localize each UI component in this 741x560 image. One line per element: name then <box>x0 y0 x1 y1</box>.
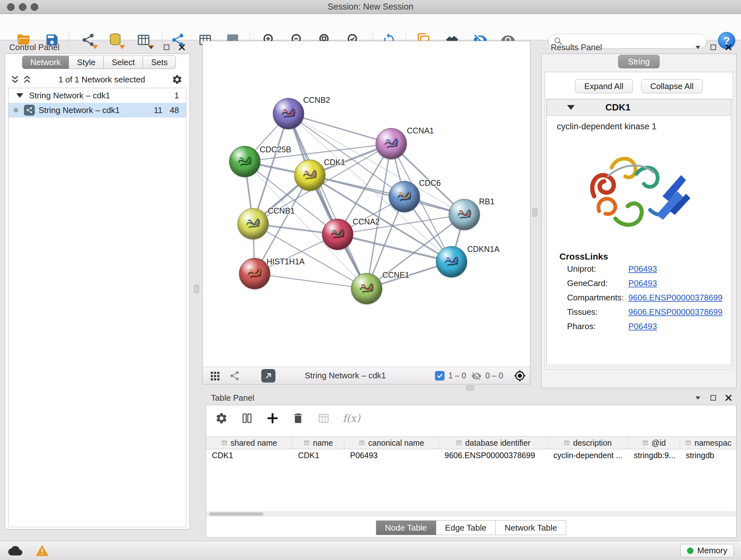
tab-network-table[interactable]: Network Table <box>495 520 566 535</box>
column-sort-icon <box>456 440 462 446</box>
zoom-window-button[interactable] <box>30 3 38 11</box>
splitter-handle[interactable] <box>532 208 537 216</box>
network-node-cdkn1a[interactable] <box>436 246 467 277</box>
panel-close-icon[interactable] <box>724 43 733 51</box>
table-cell[interactable]: CDK1 <box>292 449 344 461</box>
network-node-ccne1[interactable] <box>351 273 382 304</box>
birdseye-toggle-button[interactable] <box>261 369 275 382</box>
horizontal-scrollbar[interactable] <box>207 511 736 516</box>
tab-network[interactable]: Network <box>22 56 69 69</box>
table-header-row: shared name name canonical name database… <box>206 436 736 449</box>
network-node-ccna2[interactable] <box>322 219 353 250</box>
table-cell[interactable]: P06493 <box>344 449 439 461</box>
expand-all-button[interactable]: Expand All <box>575 79 633 93</box>
network-node-rb1[interactable] <box>449 199 480 230</box>
panel-collapse-icon[interactable] <box>694 394 702 402</box>
results-panel-title: Results Panel <box>551 43 602 52</box>
column-sort-icon <box>304 440 310 446</box>
network-node-label: RB1 <box>479 197 495 206</box>
panel-float-icon[interactable] <box>162 43 171 51</box>
gear-icon[interactable] <box>172 74 183 85</box>
memory-button[interactable]: Memory <box>680 544 734 557</box>
network-row[interactable]: String Network – cdk1 11 48 <box>9 103 186 118</box>
minimize-window-button[interactable] <box>19 3 26 11</box>
close-window-button[interactable] <box>7 3 15 11</box>
table-cell[interactable]: cyclin-dependent ... <box>548 449 628 461</box>
add-row-icon[interactable] <box>266 412 279 425</box>
crosslink-link[interactable]: 9606.ENSP00000378699 <box>628 293 723 303</box>
network-node-cdc25b[interactable] <box>229 146 260 177</box>
hidden-eye-icon[interactable] <box>471 371 482 381</box>
pan-crosshair-icon[interactable] <box>514 370 526 382</box>
column-header[interactable]: database identifier <box>439 437 548 449</box>
trash-icon[interactable] <box>292 412 305 425</box>
column-header[interactable]: namespac <box>680 437 736 449</box>
splitter-handle[interactable] <box>466 385 474 390</box>
control-panel-body: Network Style Select Sets 1 of 1 Network… <box>5 54 190 530</box>
splitter-handle[interactable] <box>194 285 199 293</box>
title-bar: Session: New Session <box>0 0 741 14</box>
tab-select[interactable]: Select <box>104 56 143 69</box>
string-results-tab[interactable]: String <box>618 55 660 68</box>
crosslink-link[interactable]: P06493 <box>628 278 657 288</box>
tab-edge-table[interactable]: Edge Table <box>436 520 496 535</box>
table-panel-body: f(x) shared name name canonical name dat… <box>206 405 737 538</box>
panel-float-icon[interactable] <box>709 394 718 402</box>
table-row[interactable]: CDK1 CDK1 P06493 9606.ENSP00000378699 cy… <box>206 449 736 461</box>
crosslink-label: Uniprot: <box>567 264 628 274</box>
warning-icon[interactable] <box>35 544 49 558</box>
tab-style[interactable]: Style <box>69 56 104 69</box>
column-header[interactable]: description <box>548 437 628 449</box>
collapse-all-button[interactable]: Collapse All <box>641 79 703 93</box>
expand-all-networks-icon[interactable] <box>10 75 20 84</box>
grid-view-icon[interactable] <box>209 370 221 382</box>
column-header[interactable]: name <box>292 437 344 449</box>
column-header[interactable]: shared name <box>206 437 292 449</box>
disclosure-triangle-icon[interactable] <box>16 93 23 98</box>
columns-icon[interactable] <box>241 412 253 425</box>
selected-checkbox-icon[interactable] <box>435 371 445 381</box>
network-edge[interactable] <box>255 273 367 289</box>
pan el-close-icon[interactable] <box>178 43 186 51</box>
cloud-icon[interactable] <box>8 544 22 558</box>
network-node-hist1h1a[interactable] <box>239 258 270 289</box>
table-cell[interactable]: stringdb:9... <box>628 449 680 461</box>
function-builder-button[interactable]: f(x) <box>343 412 360 424</box>
panel-collapse-icon[interactable] <box>694 43 702 51</box>
network-node-ccna1[interactable] <box>376 128 407 159</box>
table-cell[interactable]: CDK1 <box>206 449 292 461</box>
column-sort-icon <box>563 440 570 446</box>
crosslink-link[interactable]: P06493 <box>628 321 657 331</box>
network-node-ccnb1[interactable] <box>238 208 269 240</box>
network-node-ccnb2[interactable] <box>273 98 304 129</box>
panel-float-icon[interactable] <box>709 43 718 51</box>
table-cell[interactable]: 9606.ENSP00000378699 <box>439 449 548 461</box>
protein-card-header[interactable]: CDK1 <box>547 99 731 116</box>
network-canvas[interactable]: CCNB2CCNA1CDC25BCDK1CDC6RB1CCNB1CCNA2CDK… <box>203 41 530 367</box>
crosslink-link[interactable]: 9606.ENSP00000378699 <box>628 307 723 317</box>
gear-icon[interactable] <box>215 412 228 425</box>
column-header[interactable]: canonical name <box>344 437 439 449</box>
tab-sets[interactable]: Sets <box>143 56 176 69</box>
protein-structure-thumbnail <box>356 278 377 299</box>
panel-collapse-icon[interactable] <box>147 43 155 51</box>
panel-close-icon[interactable] <box>724 394 733 402</box>
network-node-cdk1[interactable] <box>294 160 326 191</box>
results-scrollbar[interactable] <box>546 365 732 368</box>
disclosure-triangle-icon[interactable] <box>567 105 575 110</box>
network-collection-label: String Network – cdk1 <box>29 91 110 101</box>
crosslink-link[interactable]: P06493 <box>628 264 657 274</box>
network-collection-row[interactable]: String Network – cdk1 1 <box>9 88 186 103</box>
memory-status-dot <box>687 548 693 554</box>
scrollbar-thumb[interactable] <box>209 512 263 516</box>
share-view-icon[interactable] <box>229 370 240 381</box>
protein-structure-thumbnail <box>454 204 475 225</box>
network-node-cdc6[interactable] <box>389 181 420 212</box>
network-edge[interactable] <box>310 175 464 214</box>
protein-structure-thumbnail <box>234 151 255 172</box>
tab-node-table[interactable]: Node Table <box>376 520 436 535</box>
network-edge[interactable] <box>288 114 391 144</box>
column-header[interactable]: @id <box>628 437 680 449</box>
collapse-all-networks-icon[interactable] <box>22 75 32 84</box>
table-cell[interactable]: stringdb <box>680 449 736 461</box>
